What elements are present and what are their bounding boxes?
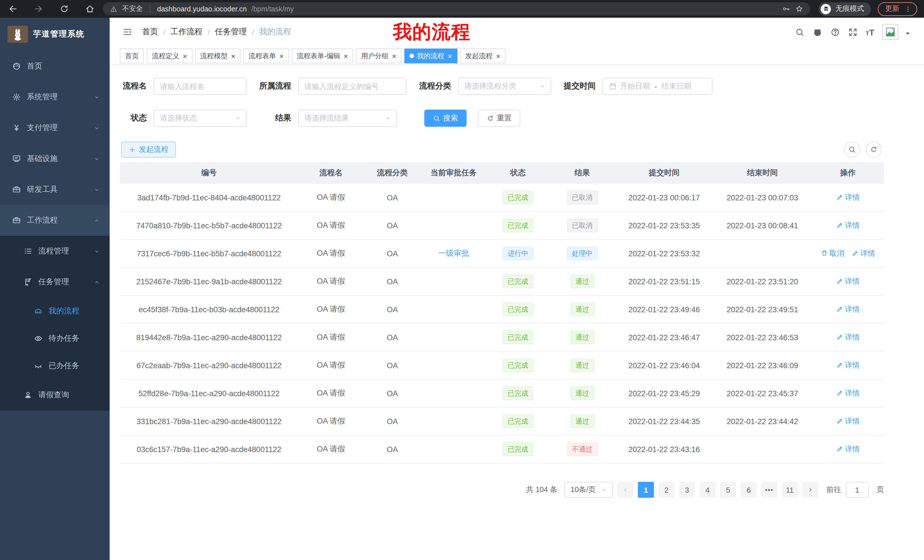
security-label[interactable]: 不安全 (122, 4, 143, 14)
page-1-button[interactable]: 1 (638, 482, 654, 498)
refresh-table-button[interactable] (866, 142, 882, 157)
close-icon[interactable]: × (392, 52, 396, 60)
detail-action-link[interactable]: 详情 (836, 388, 860, 398)
tab-label: 流程模型 (200, 51, 228, 61)
home-icon[interactable] (85, 4, 95, 14)
search-icon[interactable] (795, 27, 804, 37)
forward-icon[interactable] (34, 4, 44, 14)
page-size-select[interactable]: 10条/页 (564, 482, 613, 498)
reset-button[interactable]: 重置 (478, 109, 520, 127)
tab-我的流程[interactable]: 我的流程× (404, 48, 457, 63)
close-icon[interactable]: × (496, 52, 500, 60)
process-id: ec45f38f-7b9a-11ec-b03b-acde48001122 (120, 305, 298, 314)
status-cell: 已完成 (486, 331, 549, 344)
close-icon[interactable]: × (231, 52, 235, 60)
tab-流程表单[interactable]: 流程表单× (243, 48, 289, 63)
chevron-right-icon (807, 487, 814, 493)
tab-首页[interactable]: 首页 (120, 48, 144, 63)
submit-time: 2022-01-22 23:51:15 (615, 277, 713, 286)
reload-icon[interactable] (59, 4, 69, 14)
sidebar-item-workflow[interactable]: 工作流程 (0, 205, 110, 236)
detail-action-link[interactable]: 详情 (836, 276, 860, 287)
category-select[interactable]: 请选择流程分类 (458, 78, 551, 95)
detail-action-link[interactable]: 详情 (836, 416, 860, 427)
detail-action-link[interactable]: 详情 (836, 192, 860, 203)
more-pages-button[interactable]: ••• (761, 482, 777, 498)
search-button[interactable]: 搜索 (424, 109, 466, 127)
back-icon[interactable] (8, 4, 18, 14)
password-key-icon[interactable] (782, 4, 790, 13)
browser-menu-icon[interactable] (904, 5, 912, 13)
font-size-icon[interactable]: TT (866, 27, 874, 37)
sidebar-item-task-mgmt[interactable]: 任务管理 (0, 267, 110, 297)
avatar[interactable] (882, 24, 898, 40)
detail-action-link[interactable]: 详情 (836, 444, 860, 454)
create-process-button[interactable]: 发起流程 (121, 142, 176, 157)
submit-time-label: 提交时间 (564, 81, 596, 91)
close-icon[interactable]: × (183, 52, 187, 60)
gear-icon (12, 93, 21, 102)
page-5-button[interactable]: 5 (720, 482, 736, 498)
sidebar-item-infrastructure[interactable]: 基础设施 (0, 143, 110, 174)
pencil-icon (836, 222, 843, 229)
page-4-button[interactable]: 4 (700, 482, 716, 498)
sidebar-item-my-process[interactable]: 我的流程 (0, 297, 110, 325)
sidebar-item-todo-tasks[interactable]: 待办任务 (0, 325, 110, 352)
page-6-button[interactable]: 6 (741, 482, 757, 498)
sidebar-item-done-tasks[interactable]: 已办任务 (0, 352, 110, 380)
status-select[interactable]: 请选择状态 (154, 109, 247, 127)
collapse-sidebar-icon[interactable] (122, 27, 132, 37)
detail-action-link[interactable]: 详情 (836, 220, 860, 231)
show-search-button[interactable] (844, 142, 860, 157)
tab-流程表单-编辑[interactable]: 流程表单-编辑× (292, 48, 353, 63)
breadcrumb-item-workflow[interactable]: 工作流程 (171, 27, 202, 37)
address-bar[interactable]: 不安全 dashboard.yudao.iocoder.cn/bpm/task/… (103, 2, 810, 15)
detail-action-link[interactable]: 详情 (836, 332, 860, 343)
page-2-button[interactable]: 2 (658, 482, 675, 498)
breadcrumb-item-home[interactable]: 首页 (142, 27, 158, 37)
detail-action-link[interactable]: 详情 (851, 248, 875, 259)
page-11-button[interactable]: 11 (782, 482, 798, 498)
status-cell: 已完成 (486, 415, 549, 428)
goto-page-input[interactable] (846, 482, 868, 498)
detail-action-link[interactable]: 详情 (836, 304, 860, 314)
tab-发起流程[interactable]: 发起流程× (460, 48, 506, 63)
submit-time-range-picker[interactable]: 开始日期 - 结束日期 (603, 78, 713, 95)
column-header: 流程分类 (364, 168, 421, 178)
process-name-input[interactable] (154, 78, 247, 95)
tab-流程模型[interactable]: 流程模型× (195, 48, 240, 63)
sidebar-item-system[interactable]: 系统管理 (0, 82, 110, 112)
avatar-caret-icon[interactable] (903, 28, 913, 38)
row-actions: 详情 (812, 220, 884, 231)
sidebar-item-payment[interactable]: 支付管理 (0, 112, 110, 143)
help-icon[interactable] (830, 27, 840, 37)
process-definition-input[interactable] (298, 78, 406, 95)
detail-action-link[interactable]: 详情 (836, 360, 860, 370)
update-button[interactable]: 更新 (878, 2, 917, 16)
yen-icon (12, 123, 21, 132)
close-icon[interactable]: × (344, 52, 348, 60)
close-icon[interactable]: × (448, 52, 452, 60)
trash-icon (820, 250, 828, 257)
app-logo[interactable]: 芋道管理系统 (0, 18, 110, 51)
sidebar-item-process-mgmt[interactable]: 流程管理 (0, 236, 110, 267)
next-page-button[interactable] (802, 482, 818, 498)
user-icon (23, 391, 33, 400)
page-3-button[interactable]: 3 (679, 482, 695, 498)
cancel-action-link[interactable]: 取消 (820, 248, 844, 259)
bookmark-star-icon[interactable] (795, 4, 804, 13)
goto-label: 前往 (826, 485, 841, 495)
result-select[interactable]: 请选择流结果 (298, 109, 397, 127)
sidebar-item-home[interactable]: 首页 (0, 51, 110, 82)
close-icon[interactable]: × (279, 52, 284, 60)
breadcrumb-item-task-mgmt[interactable]: 任务管理 (215, 27, 247, 37)
tab-流程定义[interactable]: 流程定义× (147, 48, 192, 63)
sidebar-item-devtools[interactable]: 研发工具 (0, 174, 110, 205)
chevron-down-icon (235, 115, 242, 121)
sidebar-item-leave-query[interactable]: 请假查询 (0, 380, 110, 410)
fullscreen-icon[interactable] (848, 27, 858, 37)
github-icon[interactable] (812, 27, 822, 37)
prev-page-button[interactable] (617, 482, 633, 498)
current-task-link[interactable]: 一级审批 (438, 249, 469, 258)
tab-用户分组[interactable]: 用户分组× (356, 48, 402, 63)
